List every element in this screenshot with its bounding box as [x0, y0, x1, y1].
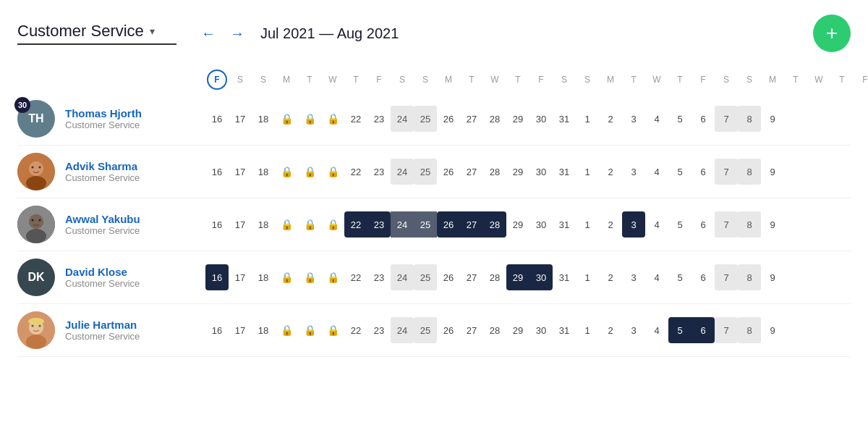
- day-cell[interactable]: 8: [738, 159, 761, 185]
- day-cell[interactable]: 2: [599, 106, 622, 132]
- day-cell[interactable]: 9: [761, 211, 784, 237]
- day-cell[interactable]: 29: [506, 317, 529, 343]
- day-cell[interactable]: 30: [529, 264, 553, 290]
- day-cell[interactable]: 🔒: [321, 211, 344, 237]
- day-cell[interactable]: 8: [738, 264, 761, 290]
- day-cell[interactable]: 2: [599, 317, 622, 343]
- day-cell[interactable]: 6: [692, 317, 715, 343]
- day-cell[interactable]: 30: [529, 317, 553, 343]
- day-cell[interactable]: 4: [645, 211, 668, 237]
- day-cell[interactable]: 23: [367, 106, 391, 132]
- employee-name[interactable]: David Klose: [65, 266, 140, 278]
- day-cell[interactable]: 1: [576, 211, 599, 237]
- day-cell[interactable]: 23: [367, 211, 391, 237]
- day-cell[interactable]: 16: [205, 159, 229, 185]
- day-cell[interactable]: 1: [576, 159, 599, 185]
- day-cell[interactable]: 🔒: [298, 317, 321, 343]
- day-cell[interactable]: 5: [668, 264, 692, 290]
- day-cell[interactable]: 4: [645, 159, 668, 185]
- day-cell[interactable]: 🔒: [321, 159, 344, 185]
- day-cell[interactable]: 25: [414, 317, 437, 343]
- day-cell[interactable]: 🔒: [275, 159, 298, 185]
- day-cell[interactable]: 18: [252, 317, 275, 343]
- day-cell[interactable]: 31: [553, 264, 576, 290]
- day-cell[interactable]: 26: [437, 264, 460, 290]
- day-cell[interactable]: 28: [483, 211, 506, 237]
- day-cell[interactable]: 6: [692, 264, 715, 290]
- day-cell[interactable]: 23: [367, 317, 391, 343]
- day-cell[interactable]: 7: [715, 211, 738, 237]
- day-cell[interactable]: 30: [529, 159, 553, 185]
- day-cell[interactable]: 🔒: [298, 106, 321, 132]
- day-cell[interactable]: 16: [205, 211, 229, 237]
- prev-button[interactable]: ←: [197, 22, 220, 45]
- day-cell[interactable]: 31: [553, 159, 576, 185]
- day-cell[interactable]: 🔒: [321, 264, 344, 290]
- day-cell[interactable]: 22: [344, 317, 367, 343]
- day-cell[interactable]: 4: [645, 106, 668, 132]
- day-cell[interactable]: 25: [414, 264, 437, 290]
- day-cell[interactable]: 27: [460, 106, 483, 132]
- day-cell[interactable]: 9: [761, 159, 784, 185]
- day-cell[interactable]: 7: [715, 317, 738, 343]
- day-cell[interactable]: 1: [576, 317, 599, 343]
- day-cell[interactable]: 17: [229, 317, 252, 343]
- day-cell[interactable]: 8: [738, 211, 761, 237]
- day-cell[interactable]: 18: [252, 211, 275, 237]
- day-cell[interactable]: 31: [553, 317, 576, 343]
- day-cell[interactable]: 28: [483, 159, 506, 185]
- day-cell[interactable]: 26: [437, 317, 460, 343]
- day-cell[interactable]: 3: [622, 264, 645, 290]
- day-cell[interactable]: 28: [483, 317, 506, 343]
- day-cell[interactable]: 29: [506, 211, 529, 237]
- day-cell[interactable]: 22: [344, 211, 367, 237]
- day-cell[interactable]: 🔒: [275, 211, 298, 237]
- day-cell[interactable]: 27: [460, 264, 483, 290]
- day-cell[interactable]: 5: [668, 317, 692, 343]
- employee-name[interactable]: Julie Hartman: [65, 319, 140, 331]
- day-cell[interactable]: 26: [437, 211, 460, 237]
- day-cell[interactable]: 23: [367, 264, 391, 290]
- day-cell[interactable]: 22: [344, 106, 367, 132]
- day-cell[interactable]: 🔒: [298, 211, 321, 237]
- day-cell[interactable]: 🔒: [321, 317, 344, 343]
- day-cell[interactable]: 6: [692, 106, 715, 132]
- day-cell[interactable]: 18: [252, 264, 275, 290]
- day-cell[interactable]: 24: [391, 317, 414, 343]
- day-cell[interactable]: 24: [391, 264, 414, 290]
- day-cell[interactable]: 8: [738, 106, 761, 132]
- day-cell[interactable]: 1: [576, 264, 599, 290]
- day-cell[interactable]: 17: [229, 159, 252, 185]
- day-cell[interactable]: 2: [599, 211, 622, 237]
- day-cell[interactable]: 🔒: [275, 264, 298, 290]
- day-cell[interactable]: 27: [460, 317, 483, 343]
- day-cell[interactable]: 29: [506, 264, 529, 290]
- day-cell[interactable]: 23: [367, 159, 391, 185]
- day-cell[interactable]: 3: [622, 106, 645, 132]
- day-cell[interactable]: 22: [344, 264, 367, 290]
- day-cell[interactable]: 5: [668, 106, 692, 132]
- day-cell[interactable]: 9: [761, 317, 784, 343]
- day-cell[interactable]: 17: [229, 211, 252, 237]
- day-cell[interactable]: 🔒: [298, 159, 321, 185]
- day-cell[interactable]: 6: [692, 211, 715, 237]
- day-cell[interactable]: 30: [529, 106, 553, 132]
- day-cell[interactable]: 6: [692, 159, 715, 185]
- day-cell[interactable]: 7: [715, 106, 738, 132]
- day-cell[interactable]: 🔒: [321, 106, 344, 132]
- day-cell[interactable]: 27: [460, 159, 483, 185]
- day-cell[interactable]: 16: [205, 106, 229, 132]
- day-cell[interactable]: 5: [668, 159, 692, 185]
- day-cell[interactable]: 17: [229, 264, 252, 290]
- day-cell[interactable]: 🔒: [275, 317, 298, 343]
- day-cell[interactable]: 16: [205, 264, 229, 290]
- day-cell[interactable]: 29: [506, 106, 529, 132]
- day-cell[interactable]: 2: [599, 159, 622, 185]
- day-cell[interactable]: 4: [645, 264, 668, 290]
- day-cell[interactable]: 28: [483, 264, 506, 290]
- day-cell[interactable]: 25: [414, 159, 437, 185]
- day-cell[interactable]: 7: [715, 264, 738, 290]
- day-cell[interactable]: 29: [506, 159, 529, 185]
- day-cell[interactable]: 31: [553, 211, 576, 237]
- day-cell[interactable]: 8: [738, 317, 761, 343]
